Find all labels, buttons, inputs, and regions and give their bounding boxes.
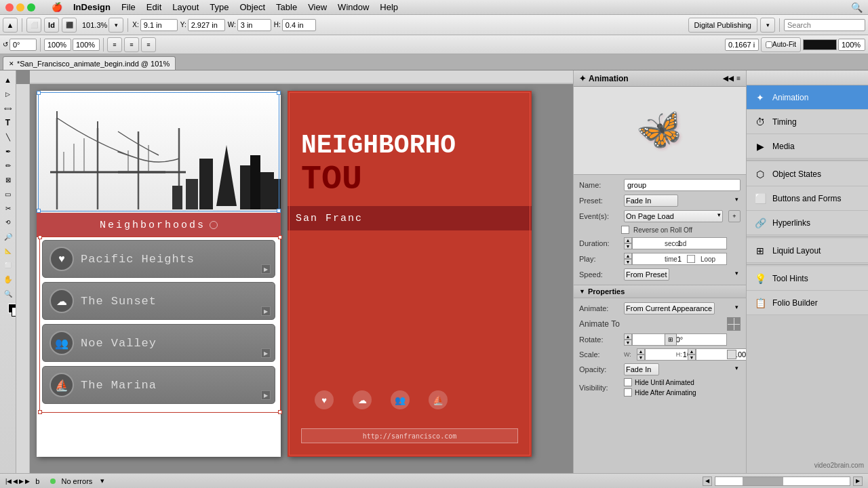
tool-free-transform[interactable]: ⟲ xyxy=(1,216,15,229)
the-sunset-arrow[interactable]: ▶ xyxy=(261,306,271,316)
scale-y-input[interactable] xyxy=(73,39,100,51)
align-right[interactable]: ≡ xyxy=(141,37,156,52)
duration-down[interactable]: ▼ xyxy=(624,243,632,249)
h-input[interactable] xyxy=(282,19,316,31)
next-page-btn[interactable]: ▶ xyxy=(25,476,30,486)
panel-item-hyperlinks[interactable]: 🔗 Hyperlinks xyxy=(747,211,868,235)
tool-gradient[interactable]: ⬜ xyxy=(1,258,15,272)
nb-noe-valley[interactable]: 👥 Noe Valley ▶ xyxy=(42,324,275,362)
y-input[interactable] xyxy=(188,19,225,31)
w-input[interactable] xyxy=(237,19,271,31)
prev-page-btn[interactable]: ◀ xyxy=(13,476,18,486)
tool-hand[interactable]: ✋ xyxy=(1,272,15,286)
opacity-input[interactable] xyxy=(725,39,759,51)
tool-select[interactable]: ▲ xyxy=(3,18,18,33)
minimize-button[interactable] xyxy=(16,3,24,12)
first-page-btn[interactable]: |◀ xyxy=(5,476,12,486)
panel-item-animation[interactable]: ✦ Animation xyxy=(747,85,868,110)
rotate-up[interactable]: ▲ xyxy=(624,333,632,340)
panel-item-timing[interactable]: ⏱ Timing xyxy=(747,110,868,134)
menu-view[interactable]: View xyxy=(308,2,327,12)
scroll-left[interactable]: ◀ xyxy=(703,476,712,486)
icon-people[interactable]: 👥 xyxy=(391,390,410,409)
panel-item-object-states[interactable]: ⬡ Object States xyxy=(747,162,868,186)
align-center[interactable]: ≡ xyxy=(124,37,139,52)
opacity-select[interactable]: Fade In Fade Out None xyxy=(624,363,659,375)
panel-item-folio-builder[interactable]: 📋 Folio Builder xyxy=(747,291,868,315)
menu-layout[interactable]: Layout xyxy=(172,2,199,12)
zoom-dropdown[interactable]: ▾ xyxy=(108,18,123,33)
page-canvas[interactable]: Neighborhoods ♥ Pacific Heights ▶ ☁ The … xyxy=(30,84,573,473)
menu-object[interactable]: Object xyxy=(240,2,266,12)
tool-direct-select[interactable]: ▷ xyxy=(1,87,15,101)
the-marina-arrow[interactable]: ▶ xyxy=(261,390,271,400)
name-input[interactable] xyxy=(624,179,741,191)
workspace-btn[interactable]: Digital Publishing xyxy=(688,18,757,33)
nb-the-sunset[interactable]: ☁ The Sunset ▶ xyxy=(42,282,275,320)
nb-the-marina[interactable]: ⛵ The Marina ▶ xyxy=(42,366,275,404)
panel-menu-icon[interactable]: ≡ xyxy=(736,75,741,82)
loop-checkbox[interactable] xyxy=(687,255,695,263)
scroll-bar[interactable] xyxy=(715,476,850,486)
tool-rect-frame[interactable]: ⊠ xyxy=(1,173,15,186)
preset-select[interactable]: Fade In Fade Out Fly In from Left xyxy=(624,195,678,207)
scale-h-down[interactable]: ▼ xyxy=(688,354,696,361)
rotate-value[interactable] xyxy=(632,333,727,346)
tool-pen[interactable]: ✒ xyxy=(1,144,15,158)
x-input[interactable] xyxy=(140,19,178,31)
duration-up[interactable]: ▲ xyxy=(624,237,632,243)
canvas-area[interactable]: Neighborhoods ♥ Pacific Heights ▶ ☁ The … xyxy=(16,70,573,473)
menu-help[interactable]: Help xyxy=(380,2,398,12)
events-add-btn[interactable]: + xyxy=(728,210,741,222)
tool-line[interactable]: ╲ xyxy=(1,130,15,144)
icon-boat[interactable]: ⛵ xyxy=(429,390,448,409)
rotation-input[interactable] xyxy=(9,39,37,51)
speed-select[interactable]: From Preset Ease In Ease Out Linear xyxy=(624,268,669,281)
reverse-checkbox[interactable] xyxy=(621,226,629,234)
auto-fit-checkbox[interactable] xyxy=(766,41,772,48)
tint-input[interactable] xyxy=(838,39,865,51)
tool-measure[interactable]: 📐 xyxy=(1,244,15,258)
hide-after-checkbox[interactable] xyxy=(624,388,632,396)
panel-item-liquid-layout[interactable]: ⊞ Liquid Layout xyxy=(747,239,868,263)
close-button[interactable] xyxy=(5,3,14,12)
tool-gap[interactable]: ⟺ xyxy=(1,102,15,115)
icon-cloud[interactable]: ☁ xyxy=(353,390,372,409)
tool-type[interactable]: T xyxy=(1,116,15,129)
menu-table[interactable]: Table xyxy=(276,2,297,12)
play-down[interactable]: ▼ xyxy=(624,259,632,265)
properties-header[interactable]: ▼ Properties xyxy=(574,285,746,298)
tool-frame2[interactable]: ⬛ xyxy=(62,18,77,33)
tool-pencil[interactable]: ✏ xyxy=(1,159,15,172)
events-select[interactable]: On Page Load On Click xyxy=(624,210,723,222)
tool-frame[interactable]: ⬜ xyxy=(26,18,41,33)
tool-eyedropper[interactable]: 🔎 xyxy=(1,230,15,243)
maximize-button[interactable] xyxy=(27,3,35,12)
scale-link-icon[interactable] xyxy=(727,350,736,359)
panel-item-tool-hints[interactable]: 💡 Tool Hints xyxy=(747,266,868,291)
scale-h-up[interactable]: ▲ xyxy=(688,348,696,354)
menu-file[interactable]: File xyxy=(121,2,136,12)
play-up[interactable]: ▲ xyxy=(624,253,632,259)
icon-heart[interactable]: ♥ xyxy=(315,390,334,409)
menu-type[interactable]: Type xyxy=(210,2,229,12)
stroke-color[interactable] xyxy=(12,307,17,317)
panel-expand-icon[interactable]: ◀◀ xyxy=(723,75,734,82)
apple-menu[interactable]: 🍎 xyxy=(52,2,62,12)
menu-edit[interactable]: Edit xyxy=(146,2,161,12)
color-swatch[interactable] xyxy=(803,39,837,50)
tab-close-icon[interactable]: ✕ xyxy=(9,60,14,67)
play-btn[interactable]: ▶ xyxy=(19,476,24,486)
scale-w-down[interactable]: ▼ xyxy=(637,354,645,361)
hide-until-checkbox[interactable] xyxy=(624,378,632,386)
scroll-right[interactable]: ▶ xyxy=(853,476,863,486)
nb-pacific-heights[interactable]: ♥ Pacific Heights ▶ xyxy=(42,240,275,278)
menu-window[interactable]: Window xyxy=(338,2,369,12)
tool-pointer[interactable]: ▲ xyxy=(1,73,15,87)
errors-dropdown[interactable]: ▾ xyxy=(100,476,104,485)
auto-fit-btn[interactable]: Auto-Fit xyxy=(761,37,801,52)
workspace-dropdown[interactable]: ▾ xyxy=(760,18,775,33)
animate-select[interactable]: From Current Appearance xyxy=(624,302,715,314)
rotate-down[interactable]: ▼ xyxy=(624,340,632,346)
panel-item-buttons-forms[interactable]: ⬜ Buttons and Forms xyxy=(747,186,868,211)
